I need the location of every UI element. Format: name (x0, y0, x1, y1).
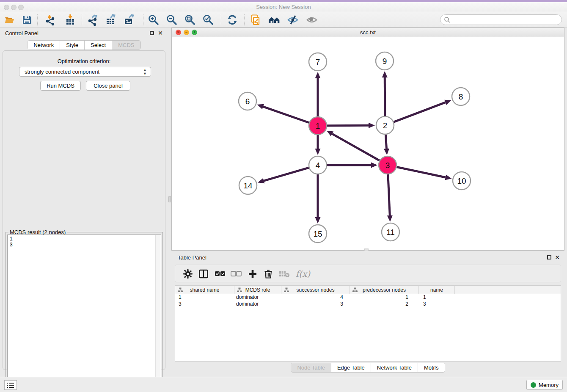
open-folder-icon (4, 14, 15, 25)
column-label: MCDS role (245, 287, 270, 293)
dropdown-stepper-icon: ▲▼ (143, 68, 147, 76)
refresh-layout-button[interactable] (226, 14, 239, 26)
table-panel-tabs: Node TableEdge TableNetwork TableMotifs (171, 363, 564, 373)
column-header-successor-nodes[interactable]: successor nodes (281, 286, 350, 294)
edge-4-14[interactable] (264, 168, 308, 181)
column-header-shared-name[interactable]: shared name (175, 286, 234, 294)
import-network-button[interactable] (44, 14, 57, 26)
mcds-result-scrollbar[interactable] (155, 235, 161, 391)
export-image-button[interactable] (123, 14, 135, 26)
table-cell: dominator (234, 301, 281, 308)
table-cell: 1 (419, 294, 455, 301)
network-window-titlebar: ✕ − + scc.txt (172, 28, 564, 37)
tab-mcds[interactable]: MCDS (112, 41, 140, 50)
mcds-result-list[interactable]: 1 3 (7, 235, 161, 392)
zoom-out-icon (166, 14, 178, 26)
zoom-out-button[interactable] (165, 14, 178, 26)
column-header-predecessor-nodes[interactable]: predecessor nodes (350, 286, 419, 294)
edge-3-11[interactable] (388, 174, 390, 215)
tab-select[interactable]: Select (85, 41, 112, 50)
node-label-11: 11 (386, 228, 395, 237)
close-table-panel-icon[interactable]: ✕ (555, 255, 560, 259)
close-panel-button[interactable]: Close panel (86, 81, 130, 91)
export-table-button[interactable] (105, 14, 117, 26)
network-graph-canvas[interactable]: 7968124314101511 (172, 37, 564, 250)
node-label-2: 2 (383, 121, 388, 130)
split-columns-icon (198, 269, 209, 279)
tab-node-table[interactable]: Node Table (291, 363, 331, 372)
save-disk-icon (22, 14, 33, 25)
column-label: predecessor nodes (363, 287, 406, 293)
column-label: successor nodes (296, 287, 334, 293)
node-label-6: 6 (245, 97, 250, 106)
toggle-panel-button[interactable] (197, 268, 210, 280)
houses-icon (268, 14, 281, 25)
horizontal-divider-handle[interactable] (364, 248, 369, 251)
edge-1-2[interactable] (327, 125, 369, 126)
refresh-icon (226, 14, 238, 26)
tab-style[interactable]: Style (60, 41, 85, 50)
export-network-button[interactable] (86, 14, 99, 26)
checked-boxes-icon (215, 271, 226, 277)
edge-2-3[interactable] (385, 135, 386, 149)
table-body: 1dominator4113dominator323 (175, 294, 561, 308)
table-header-row: shared nameMCDS rolesuccessor nodesprede… (175, 286, 561, 294)
add-column-button[interactable] (246, 268, 259, 280)
float-table-panel-icon[interactable] (547, 255, 551, 259)
task-history-button[interactable] (4, 380, 17, 390)
arrowhead-icon (444, 100, 451, 105)
zoom-in-button[interactable] (147, 14, 160, 26)
memory-button[interactable]: Memory (526, 380, 563, 390)
open-session-button[interactable] (3, 14, 16, 26)
trash-icon (264, 269, 273, 279)
deselect-all-button[interactable] (229, 268, 243, 280)
float-panel-icon[interactable] (150, 31, 154, 35)
import-table-button[interactable] (64, 14, 77, 26)
search-box[interactable] (440, 14, 562, 25)
zoom-in-icon (148, 14, 160, 26)
edge-3-10[interactable] (397, 167, 446, 177)
select-all-button[interactable] (213, 268, 227, 280)
clone-network-button[interactable] (249, 14, 262, 26)
table-settings-button[interactable] (181, 268, 195, 280)
node-table[interactable]: shared nameMCDS rolesuccessor nodesprede… (175, 285, 561, 362)
tab-network-table[interactable]: Network Table (371, 363, 418, 372)
edge-3-1[interactable] (332, 134, 380, 160)
table-row[interactable]: 3dominator323 (175, 301, 561, 308)
close-panel-icon[interactable]: ✕ (158, 31, 163, 35)
table-toolbar: f(x) (175, 265, 561, 282)
tab-edge-table[interactable]: Edge Table (331, 363, 371, 372)
plus-icon (248, 269, 257, 279)
zoom-fit-button[interactable] (184, 14, 196, 26)
show-all-button[interactable] (306, 14, 318, 26)
zoom-selected-icon (202, 14, 214, 26)
first-neighbors-button[interactable] (268, 14, 281, 26)
vertical-divider-handle[interactable] (168, 196, 171, 202)
zoom-selected-button[interactable] (202, 14, 215, 26)
column-header-name[interactable]: name (419, 286, 455, 294)
column-header-MCDS-role[interactable]: MCDS role (234, 286, 281, 294)
node-label-10: 10 (457, 177, 466, 185)
table-row[interactable]: 1dominator411 (175, 294, 561, 301)
arrowhead-icon (257, 104, 264, 109)
eye-icon (306, 14, 318, 25)
export-table-icon (105, 14, 117, 26)
import-network-icon (44, 14, 56, 26)
tab-motifs[interactable]: Motifs (418, 363, 445, 372)
zoom-fit-icon (184, 14, 196, 26)
table-cell: 3 (281, 301, 350, 308)
save-session-button[interactable] (21, 14, 33, 26)
search-input[interactable] (451, 15, 557, 24)
run-mcds-button[interactable]: Run MCDS (40, 81, 81, 91)
delete-column-button[interactable] (261, 268, 275, 280)
memory-label: Memory (539, 382, 559, 388)
tab-network[interactable]: Network (28, 41, 60, 50)
hide-selected-button[interactable] (286, 14, 299, 26)
edge-2-9[interactable] (385, 77, 385, 116)
edge-2-8[interactable] (394, 102, 446, 122)
criterion-dropdown[interactable]: strongly connected component ▲▼ (19, 67, 151, 77)
edge-1-6[interactable] (263, 107, 309, 123)
table-cell: 4 (281, 294, 350, 301)
delete-table-icon (279, 270, 290, 278)
node-label-9: 9 (383, 57, 387, 66)
